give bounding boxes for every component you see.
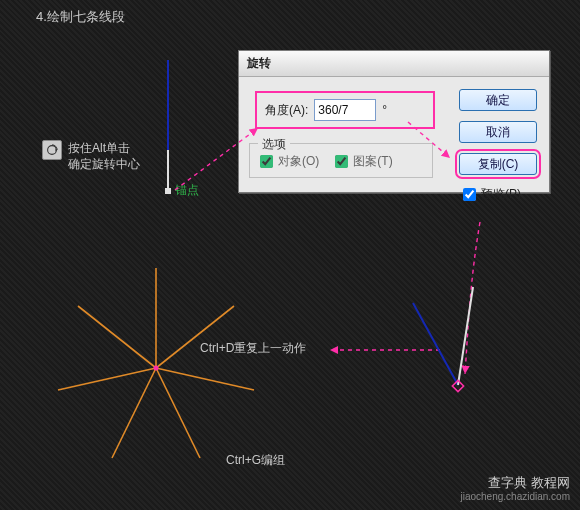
svg-line-5: [413, 303, 458, 385]
svg-line-10: [156, 368, 254, 390]
svg-line-11: [156, 368, 200, 458]
svg-rect-2: [165, 188, 171, 194]
watermark-cn: 查字典 教程网: [460, 476, 570, 490]
svg-line-13: [58, 368, 156, 390]
options-legend: 选项: [258, 136, 290, 153]
svg-line-12: [112, 368, 156, 458]
angle-label: 角度(A):: [265, 102, 308, 119]
chk-object-label: 对象(O): [278, 153, 319, 170]
hint-line2: 确定旋转中心: [68, 156, 140, 172]
chk-preview[interactable]: 预览(P): [459, 185, 537, 204]
chk-pattern[interactable]: 图案(T): [331, 152, 392, 171]
chk-pattern-input[interactable]: [335, 155, 348, 168]
chk-object[interactable]: 对象(O): [256, 152, 319, 171]
watermark-url: jiaocheng.chazidian.com: [460, 490, 570, 504]
ok-button[interactable]: 确定: [459, 89, 537, 111]
chk-pattern-label: 图案(T): [353, 153, 392, 170]
svg-line-14: [78, 306, 156, 368]
angle-input[interactable]: [314, 99, 376, 121]
cancel-button[interactable]: 取消: [459, 121, 537, 143]
hint-block: 按住Alt单击 确定旋转中心: [42, 140, 140, 172]
anchor-label: 锚点: [175, 182, 199, 199]
svg-point-3: [48, 146, 57, 155]
rotate-center-icon: [42, 140, 62, 160]
svg-rect-7: [452, 380, 463, 391]
hint-line1: 按住Alt单击: [68, 140, 140, 156]
angle-row: 角度(A): °: [255, 91, 435, 129]
copy-button[interactable]: 复制(C): [459, 153, 537, 175]
ctrl-d-label: Ctrl+D重复上一动作: [200, 340, 306, 357]
chk-preview-label: 预览(P): [481, 186, 521, 203]
ctrl-g-label: Ctrl+G编组: [226, 452, 285, 469]
chk-preview-input[interactable]: [463, 188, 476, 201]
svg-line-6: [458, 287, 473, 385]
options-group: 选项 对象(O) 图案(T): [249, 143, 433, 178]
svg-point-15: [154, 366, 159, 371]
rotate-dialog: 旋转 角度(A): ° 选项 对象(O) 图案(T) 确定 取消 复制(C: [238, 50, 550, 193]
chk-object-input[interactable]: [260, 155, 273, 168]
dialog-title: 旋转: [239, 51, 549, 77]
angle-unit: °: [382, 103, 387, 117]
watermark: 查字典 教程网 jiaocheng.chazidian.com: [460, 476, 570, 504]
step-title: 4.绘制七条线段: [36, 8, 125, 26]
svg-line-9: [156, 306, 234, 368]
